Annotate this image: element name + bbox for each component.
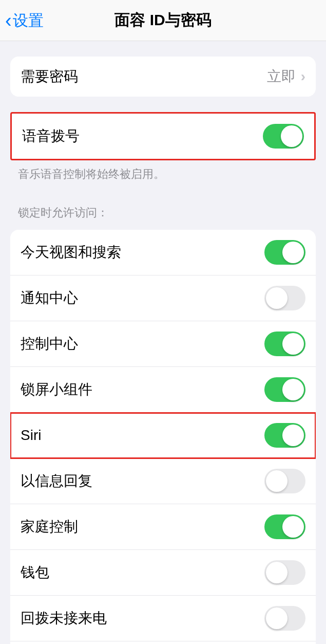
wallet-toggle[interactable] xyxy=(264,560,305,585)
row-label: 钱包 xyxy=(21,563,49,582)
toggle-knob xyxy=(282,242,304,263)
toggle-knob xyxy=(266,470,287,492)
navigation-header: ‹ 设置 面容 ID与密码 xyxy=(0,0,326,41)
voice-dial-toggle[interactable] xyxy=(263,124,304,149)
toggle-knob xyxy=(266,608,287,629)
notification-center-row: 通知中心 xyxy=(10,275,316,321)
lock-screen-widgets-toggle[interactable] xyxy=(264,377,305,402)
toggle-knob xyxy=(282,379,304,400)
chevron-left-icon: ‹ xyxy=(5,9,12,31)
row-label: 家庭控制 xyxy=(21,517,78,537)
voice-dial-group: 语音拨号 xyxy=(10,112,316,160)
usb-accessories-row: USB配件 xyxy=(10,641,316,644)
home-control-row: 家庭控制 xyxy=(10,504,316,550)
return-missed-calls-row: 回拨未接来电 xyxy=(10,596,316,641)
back-label: 设置 xyxy=(13,10,44,31)
row-label: 回拨未接来电 xyxy=(21,609,107,628)
page-title: 面容 ID与密码 xyxy=(0,10,326,31)
locked-access-group: 今天视图和搜索 通知中心 控制中心 锁屏小组件 Siri xyxy=(10,230,316,644)
return-missed-calls-toggle[interactable] xyxy=(264,606,305,631)
passcode-required-label: 需要密码 xyxy=(21,67,78,86)
notification-center-toggle[interactable] xyxy=(264,286,305,310)
locked-access-header: 锁定时允许访问： xyxy=(0,201,326,225)
wallet-row: 钱包 xyxy=(10,550,316,596)
toggle-knob xyxy=(282,333,304,355)
lock-screen-widgets-row: 锁屏小组件 xyxy=(10,367,316,413)
back-button[interactable]: ‹ 设置 xyxy=(5,9,44,31)
toggle-knob xyxy=(282,516,304,538)
row-label: 锁屏小组件 xyxy=(21,380,92,399)
row-label: 通知中心 xyxy=(21,288,78,308)
toggle-knob xyxy=(266,562,287,583)
row-label: 控制中心 xyxy=(21,334,78,354)
today-view-toggle[interactable] xyxy=(264,240,305,265)
passcode-required-group: 需要密码 立即 › xyxy=(10,57,316,97)
voice-dial-label: 语音拨号 xyxy=(22,126,80,146)
passcode-required-row[interactable]: 需要密码 立即 › xyxy=(10,57,316,97)
voice-dial-footer: 音乐语音控制将始终被启用。 xyxy=(0,160,326,189)
toggle-knob xyxy=(282,425,304,446)
chevron-right-icon: › xyxy=(301,68,305,85)
toggle-knob xyxy=(281,125,302,147)
row-label: Siri xyxy=(21,427,41,444)
home-control-toggle[interactable] xyxy=(264,514,305,539)
control-center-row: 控制中心 xyxy=(10,321,316,367)
today-view-row: 今天视图和搜索 xyxy=(10,230,316,275)
reply-with-message-toggle[interactable] xyxy=(264,469,305,493)
row-label: 以信息回复 xyxy=(21,471,92,491)
control-center-toggle[interactable] xyxy=(264,332,305,356)
siri-toggle[interactable] xyxy=(264,423,305,448)
voice-dial-row: 语音拨号 xyxy=(12,114,314,159)
siri-row: Siri xyxy=(10,413,316,458)
passcode-required-value: 立即 xyxy=(267,67,296,86)
toggle-knob xyxy=(266,287,287,309)
reply-with-message-row: 以信息回复 xyxy=(10,458,316,504)
row-label: 今天视图和搜索 xyxy=(21,243,121,262)
